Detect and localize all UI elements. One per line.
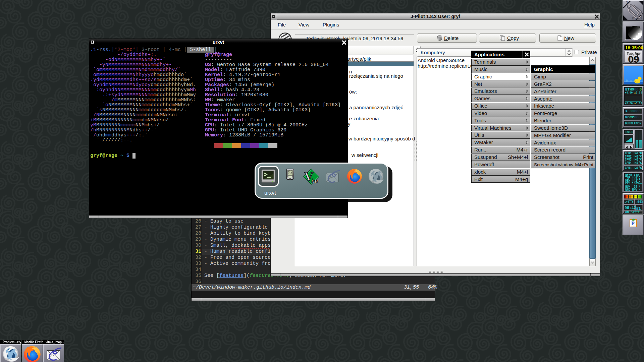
svg-text:im: im	[311, 177, 318, 184]
svg-text:P: P	[631, 221, 635, 226]
